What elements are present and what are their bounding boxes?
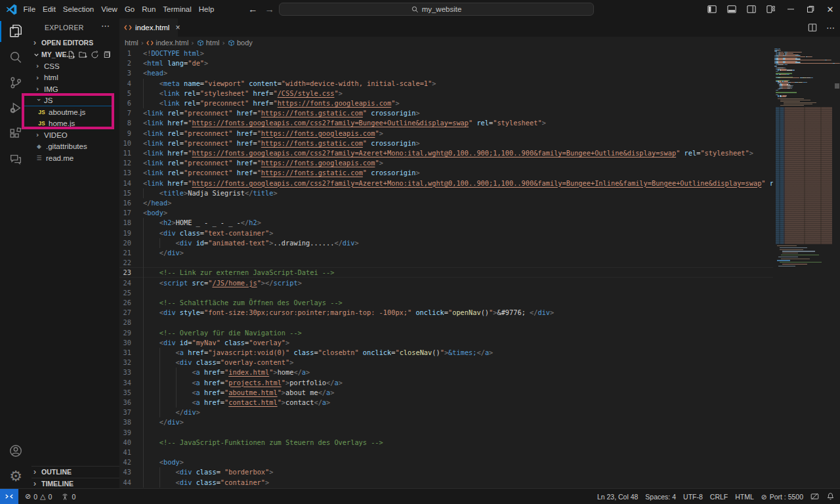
code-editor[interactable]: <!DOCTYPE html><html lang="de"><head> <m… [119,49,773,488]
menu-help[interactable]: Help [195,0,218,18]
new-folder-icon[interactable] [79,51,87,59]
nav-back-icon[interactable]: ← [248,4,258,14]
code-line-30: <div id="myNav" class="overlay"> [143,338,289,348]
html-file-icon [124,24,132,31]
explorer-icon[interactable] [0,19,32,44]
split-editor-icon[interactable] [808,23,817,32]
code-line-9: <link rel="preconnect" href="https://fon… [143,129,383,138]
collapse-all-icon[interactable] [102,51,111,59]
ports-status[interactable]: 0 [61,493,75,501]
layout-panel-icon[interactable] [722,0,742,18]
menu-go[interactable]: Go [121,0,138,18]
project-section[interactable]: MY_WE... [32,49,119,60]
tab-index-html[interactable]: index.html × [119,18,178,37]
code-line-35: <a href="aboutme.html">about me</a> [143,388,334,398]
code-line-1: <!DOCTYPE html> [143,49,204,58]
code-line-3: <head> [143,68,167,78]
language-mode[interactable]: HTML [735,493,754,501]
outline-section[interactable]: ›OUTLINE [32,466,119,478]
menu-bar: FileEditSelectionViewGoRunTerminalHelp [20,0,218,18]
tree-item-html[interactable]: ›html [32,72,119,84]
tab-label: index.html [135,24,169,32]
encoding[interactable]: UTF-8 [683,493,703,501]
code-line-43: <div class= "borderbox"> [143,467,273,477]
tree-item-read-me[interactable]: ☰read.me [32,152,119,164]
breadcrumb-html-0[interactable]: html [125,39,138,47]
layout-sidebar-left-icon[interactable] [702,0,722,18]
tree-item--gitattributes[interactable]: ◆.gitattributes [32,141,119,153]
breadcrumb-body-3[interactable]: body [228,39,253,47]
breadcrumb-html-2[interactable]: html [197,39,220,47]
notifications-bell-icon[interactable] [826,492,835,501]
layout-sidebar-right-icon[interactable] [742,0,761,18]
problems-status[interactable]: ⊘0 △0 [25,492,52,501]
indentation[interactable]: Spaces: 4 [645,493,676,501]
remote-indicator[interactable] [0,489,18,504]
source-control-icon[interactable] [0,70,32,95]
breadcrumb-index-html-1[interactable]: index.html [146,39,188,47]
tree-item-video[interactable]: ›VIDEO [32,129,119,141]
code-line-17: <body> [143,208,167,218]
screencast-off-icon[interactable] [810,492,819,501]
menu-edit[interactable]: Edit [39,0,60,18]
code-line-13: <link rel="preconnect" href="https://fon… [143,168,420,178]
account-icon[interactable] [0,438,32,463]
explorer-sidebar: EXPLORER ⋯ ›OPEN EDITORS MY_WE... ›CSS›h… [32,18,119,488]
settings-gear-icon[interactable]: ⚙ [0,463,32,488]
overview-ruler-marker [835,83,839,89]
explorer-title: EXPLORER [45,24,84,32]
menu-run[interactable]: Run [138,0,159,18]
code-line-27: <div style="font-size:30px;cursor:pointe… [143,308,554,318]
nav-forward-icon[interactable]: → [265,4,275,14]
code-line-8: <link href="https://fonts.googleapis.com… [143,118,546,128]
editor-more-actions-icon[interactable]: ⋯ [826,23,835,33]
menu-file[interactable]: File [20,0,39,18]
code-line-4: <meta name="viewport" content="width=dev… [143,79,436,89]
code-line-38: </div> [143,417,184,427]
explorer-more-actions-icon[interactable]: ⋯ [101,21,110,31]
vscode-window: FileEditSelectionViewGoRunTerminalHelp ←… [0,0,840,504]
code-line-19: <div class="text-container"> [143,228,273,238]
vscode-logo-icon [6,4,17,15]
cursor-position[interactable]: Ln 23, Col 48 [597,493,638,501]
code-line-34: <a href="projects.html">portfolio</a> [143,378,343,388]
layout-customize-icon[interactable] [761,0,781,18]
code-line-32: <div class="overlay-content"> [143,358,293,368]
window-close-icon[interactable]: ✕ [820,0,840,18]
search-value: my_website [422,5,462,13]
search-sidebar-icon[interactable] [0,45,32,70]
menu-terminal[interactable]: Terminal [159,0,195,18]
code-line-12: <link rel="preconnect" href="https://fon… [143,158,383,168]
port-status[interactable]: ⊘Port : 5500 [761,493,803,501]
minimap[interactable] [773,49,835,488]
status-bar: ⊘0 △0 0 Ln 23, Col 48 Spaces: 4 UTF-8 CR… [0,488,840,504]
code-line-21: </div> [143,248,184,258]
menu-selection[interactable]: Selection [59,0,97,18]
comments-icon[interactable] [0,147,32,172]
tree-item-css[interactable]: ›CSS [32,60,119,72]
code-line-5: <link rel="stylesheet" href="/CSS/style.… [143,89,343,98]
menu-view[interactable]: View [98,0,121,18]
code-line-11: <link href="https://fonts.googleapis.com… [143,148,753,158]
code-line-6: <link rel="preconnect" href="https://fon… [143,98,400,108]
tab-close-icon[interactable]: × [175,23,180,32]
breadcrumbs: html›index.html›html›body [119,37,840,49]
code-line-33: <a href="index.html">home</a> [143,368,310,377]
window-restore-icon[interactable] [801,0,820,18]
command-center-search[interactable]: my_website [279,3,594,16]
window-minimize-icon[interactable] [781,0,801,18]
code-line-40: <!-- JavaScript-Funktionen zum Steuern d… [143,438,383,448]
timeline-section[interactable]: ›TIMELINE [32,478,119,488]
eol-sequence[interactable]: CRLF [710,493,728,501]
code-line-7: <link rel="preconnect" href="https://fon… [143,108,420,118]
code-line-44: <div class="container"> [143,478,269,488]
code-line-36: <a href="contact.html">contact</a> [143,398,330,408]
new-file-icon[interactable] [67,51,75,59]
title-bar: FileEditSelectionViewGoRunTerminalHelp ←… [0,0,840,18]
code-line-18: <h2>HOME _ - _ - _ -</h2> [143,218,261,228]
code-line-29: <!-- Overlay für die Navigation --> [143,328,302,338]
symbol-icon [228,39,235,47]
minimap-overflow-block [774,107,832,244]
refresh-icon[interactable] [91,51,99,59]
open-editors-section[interactable]: ›OPEN EDITORS [32,37,119,49]
